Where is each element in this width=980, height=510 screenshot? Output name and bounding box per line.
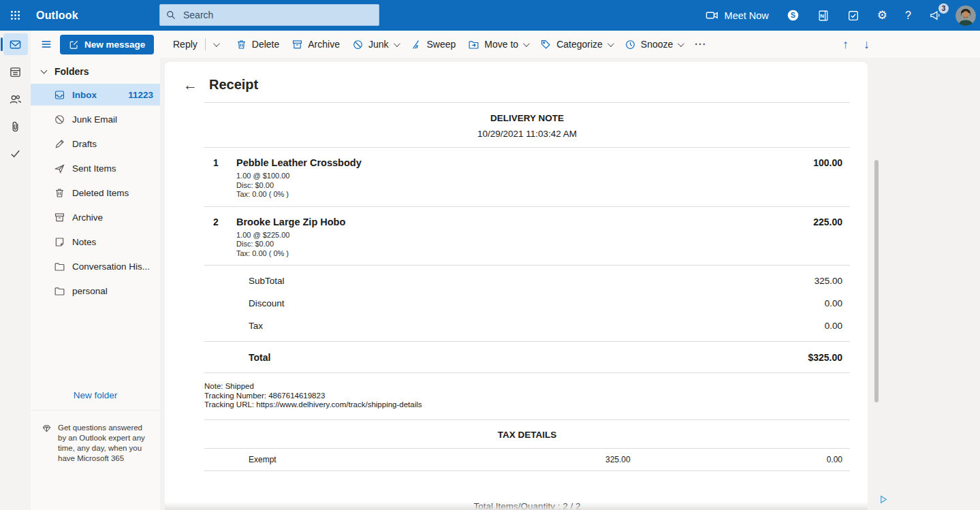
junk-icon <box>53 114 65 125</box>
junk-button[interactable]: Junk <box>346 35 405 54</box>
summary-row: Tax 0.00 <box>204 315 850 337</box>
broom-icon <box>411 39 422 50</box>
folder-label: Junk Email <box>72 114 117 125</box>
folders-header[interactable]: Folders <box>31 58 160 84</box>
tax-detail-row: Exempt 325.00 0.00 <box>204 449 850 471</box>
snooze-label: Snooze <box>641 39 673 50</box>
tag-icon <box>540 39 552 50</box>
note-icon <box>53 236 65 248</box>
reply-dropdown-chevron[interactable] <box>207 38 224 51</box>
item-discount: Disc: $0.00 <box>236 181 768 191</box>
more-actions-icon[interactable]: ··· <box>689 35 712 54</box>
send-icon <box>53 163 65 174</box>
summary-value: 0.00 <box>825 298 850 308</box>
new-folder-link[interactable]: New folder <box>31 390 160 400</box>
rail-people-icon[interactable] <box>0 85 31 112</box>
sidebar-item-sent-items[interactable]: Sent Items <box>31 157 160 179</box>
summary-row: Discount 0.00 <box>204 292 850 315</box>
previous-item-arrow-icon[interactable]: ↑ <box>842 37 849 52</box>
archive-button[interactable]: Archive <box>285 35 346 54</box>
settings-gear-icon[interactable]: ⚙ <box>870 0 894 31</box>
item-name: Pebble Leather Crossbody <box>236 157 768 168</box>
reply-button[interactable]: Reply <box>167 35 204 54</box>
delete-button[interactable]: Delete <box>230 35 285 54</box>
vertical-scrollbar[interactable] <box>874 160 879 402</box>
help-icon[interactable]: ? <box>898 0 918 31</box>
folder-label: Notes <box>72 237 96 247</box>
delete-label: Delete <box>252 39 279 50</box>
archive-icon <box>53 212 65 223</box>
sidebar-item-notes[interactable]: Notes <box>31 231 160 253</box>
tax-label: Exempt <box>204 455 559 464</box>
back-arrow-icon[interactable]: ← <box>183 78 197 92</box>
receipt-datetime: 10/29/2021 11:03:42 AM <box>204 123 850 147</box>
junk-label: Junk <box>368 39 389 50</box>
reading-pane: ← Receipt DELIVERY NOTE 10/29/2021 11:03… <box>160 58 980 510</box>
block-icon <box>352 39 364 50</box>
chevron-down-icon <box>607 40 614 47</box>
total-row: Total $325.00 <box>204 342 850 372</box>
chevron-down-icon <box>41 67 48 74</box>
clock-icon <box>625 39 636 50</box>
unread-count: 11223 <box>128 90 153 100</box>
folder-icon <box>53 261 65 272</box>
tax-base: 325.00 <box>559 455 630 464</box>
promo-banner[interactable]: Get questions answered by an Outlook exp… <box>31 410 160 464</box>
folder-pane: New message Folders Inbox 11223 Junk Ema… <box>31 31 160 510</box>
diamond-icon <box>42 424 52 464</box>
folder-label: Inbox <box>72 90 97 100</box>
rail-attachments-icon[interactable] <box>0 112 31 140</box>
sidebar-item-archive[interactable]: Archive <box>31 206 160 228</box>
summary-label: Discount <box>204 298 825 308</box>
rail-mail-icon[interactable] <box>0 31 31 58</box>
trash-icon <box>236 39 247 50</box>
sidebar-item-deleted-items[interactable]: Deleted Items <box>31 182 160 204</box>
sidebar-item-junk-email[interactable]: Junk Email <box>31 108 160 130</box>
archive-icon <box>291 39 303 50</box>
sweep-label: Sweep <box>427 39 456 50</box>
new-message-button[interactable]: New message <box>60 35 154 54</box>
snooze-button[interactable]: Snooze <box>618 35 689 54</box>
adchoices-icon[interactable] <box>879 494 889 505</box>
sweep-button[interactable]: Sweep <box>405 35 462 54</box>
next-item-arrow-icon[interactable]: ↓ <box>864 37 870 52</box>
collapse-pane-hamburger-icon[interactable] <box>35 33 58 56</box>
tax-amount: 0.00 <box>631 455 850 464</box>
move-folder-icon <box>468 39 479 50</box>
categorize-button[interactable]: Categorize <box>534 35 618 54</box>
rail-calendar-icon[interactable] <box>0 58 31 85</box>
item-amount: 225.00 <box>768 217 850 259</box>
rail-todo-check-icon[interactable] <box>0 140 31 167</box>
todo-icon[interactable] <box>840 0 866 31</box>
search-input[interactable] <box>183 10 373 20</box>
folder-label: Drafts <box>72 139 97 149</box>
search-bar[interactable] <box>159 4 379 26</box>
onenote-icon[interactable] <box>810 0 836 31</box>
pencil-icon <box>53 138 65 150</box>
total-value: $325.00 <box>808 352 850 363</box>
tracking-url-line: Tracking URL: https://www.delhivery.com/… <box>204 400 850 410</box>
app-launcher-icon[interactable] <box>0 0 31 31</box>
sidebar-item-drafts[interactable]: Drafts <box>31 133 160 155</box>
chevron-down-icon <box>393 40 400 47</box>
move-to-label: Move to <box>484 39 518 50</box>
skype-icon[interactable] <box>780 0 806 31</box>
trash-icon <box>53 187 65 199</box>
sidebar-item-conversation-history[interactable]: Conversation His... <box>31 255 160 277</box>
note-line: Note: Shipped <box>204 382 850 392</box>
promo-text: Get questions answered by an Outlook exp… <box>58 423 152 464</box>
email-subject: Receipt <box>209 77 258 93</box>
whats-new-megaphone-icon[interactable]: 3 <box>922 0 949 31</box>
sidebar-item-inbox[interactable]: Inbox 11223 <box>31 84 160 106</box>
categorize-label: Categorize <box>556 39 603 50</box>
move-to-button[interactable]: Move to <box>462 35 534 54</box>
notification-badge: 3 <box>938 3 949 14</box>
item-name: Brooke Large Zip Hobo <box>236 217 768 227</box>
account-avatar[interactable] <box>955 5 976 26</box>
archive-label: Archive <box>308 39 340 50</box>
item-amount: 100.00 <box>768 157 850 200</box>
sidebar-item-personal[interactable]: personal <box>31 280 160 302</box>
meet-now-button[interactable]: Meet Now <box>699 0 776 31</box>
folder-label: personal <box>72 286 108 296</box>
item-number: 1 <box>204 157 236 200</box>
